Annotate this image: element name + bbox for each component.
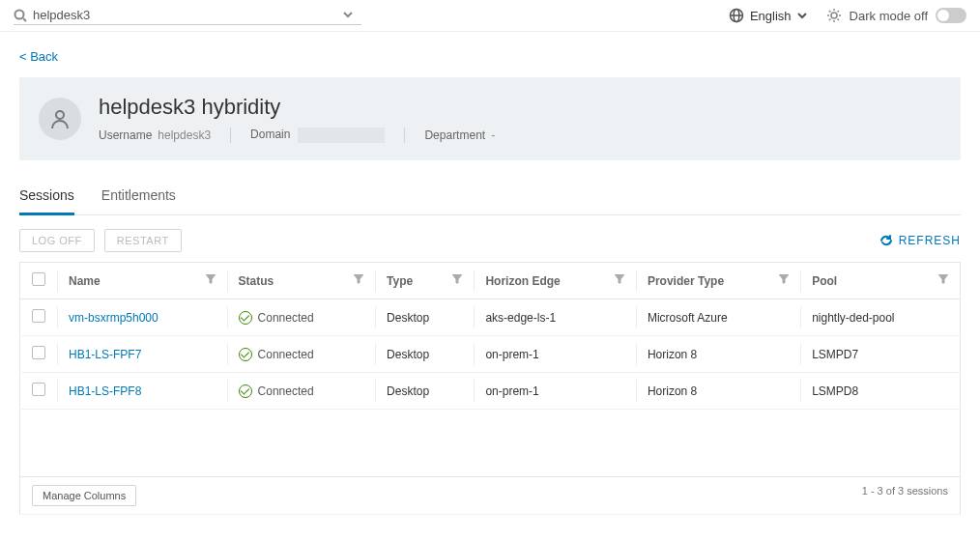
status-cell: Connected	[239, 348, 364, 361]
page-title: helpdesk3 hybridity	[99, 95, 495, 120]
svg-marker-17	[452, 274, 462, 283]
globe-icon	[729, 8, 744, 23]
filter-icon[interactable]	[779, 274, 789, 284]
row-checkbox[interactable]	[32, 346, 45, 359]
svg-line-1	[23, 18, 26, 21]
svg-line-12	[829, 19, 831, 21]
col-edge: Horizon Edge	[485, 274, 560, 288]
search-input[interactable]	[33, 8, 323, 22]
provider-cell: Microsoft Azure	[636, 299, 800, 336]
language-label: English	[750, 9, 792, 23]
table-row: HB1-LS-FPF7ConnectedDesktopon-prem-1Hori…	[20, 336, 961, 373]
provider-cell: Horizon 8	[636, 373, 800, 410]
svg-marker-18	[615, 274, 624, 283]
session-name-link[interactable]: vm-bsxrmp5h000	[57, 299, 227, 336]
sessions-table: Name Status Type Horizon Edge Provider T…	[19, 262, 961, 515]
type-cell: Desktop	[375, 299, 474, 336]
status-cell: Connected	[239, 311, 364, 325]
tab-entitlements[interactable]: Entitlements	[101, 182, 176, 214]
session-name-link[interactable]: HB1-LS-FPF7	[57, 336, 227, 373]
dark-mode-toggle[interactable]	[936, 8, 966, 23]
status-ok-icon	[239, 348, 252, 361]
chevron-down-icon	[797, 11, 807, 20]
language-selector[interactable]: English	[729, 8, 807, 23]
edge-cell: aks-edge-ls-1	[474, 299, 636, 336]
svg-marker-20	[938, 274, 948, 283]
row-count: 1 - 3 of 3 sessions	[862, 485, 948, 497]
tab-sessions[interactable]: Sessions	[19, 182, 74, 215]
back-link[interactable]: < Back	[19, 49, 58, 64]
pool-cell: LSMPD8	[800, 373, 960, 410]
table-row: HB1-LS-FPF8ConnectedDesktopon-prem-1Hori…	[20, 373, 961, 410]
svg-line-10	[829, 11, 831, 13]
edge-cell: on-prem-1	[474, 336, 636, 373]
domain-label: Domain	[250, 128, 290, 141]
pool-cell: LSMPD7	[800, 336, 960, 373]
col-type: Type	[387, 274, 413, 288]
domain-value	[298, 128, 385, 143]
svg-point-14	[56, 111, 64, 119]
col-provider: Provider Type	[648, 274, 724, 288]
department-value: -	[491, 128, 495, 142]
select-all-checkbox[interactable]	[32, 272, 45, 286]
col-pool: Pool	[812, 274, 837, 288]
status-cell: Connected	[239, 384, 364, 398]
dark-mode-label: Dark mode off	[850, 9, 928, 23]
restart-button[interactable]: RESTART	[104, 229, 182, 252]
edge-cell: on-prem-1	[474, 373, 636, 410]
type-cell: Desktop	[375, 336, 474, 373]
status-ok-icon	[239, 384, 252, 398]
manage-columns-button[interactable]: Manage Columns	[32, 485, 136, 506]
row-checkbox[interactable]	[32, 309, 45, 323]
svg-marker-15	[206, 274, 216, 283]
svg-line-11	[837, 19, 839, 21]
filter-icon[interactable]	[615, 274, 624, 284]
search-box[interactable]	[14, 6, 361, 25]
filter-icon[interactable]	[354, 274, 363, 284]
filter-icon[interactable]	[206, 274, 216, 284]
chevron-down-icon[interactable]	[342, 9, 356, 22]
department-label: Department	[424, 128, 485, 142]
avatar	[39, 98, 81, 140]
svg-marker-16	[354, 274, 363, 283]
col-name: Name	[69, 274, 101, 288]
col-status: Status	[239, 274, 274, 288]
table-row: vm-bsxrmp5h000ConnectedDesktopaks-edge-l…	[20, 299, 961, 336]
username-value: helpdesk3	[158, 128, 211, 142]
svg-point-0	[15, 10, 24, 18]
svg-point-5	[831, 13, 837, 18]
profile-card: helpdesk3 hybridity Usernamehelpdesk3 Do…	[19, 77, 961, 160]
svg-line-13	[837, 11, 839, 13]
status-ok-icon	[239, 311, 252, 325]
svg-marker-19	[779, 274, 789, 283]
filter-icon[interactable]	[938, 274, 948, 284]
provider-cell: Horizon 8	[636, 336, 800, 373]
username-label: Username	[99, 128, 152, 142]
pool-cell: nightly-ded-pool	[800, 299, 960, 336]
search-icon	[14, 9, 27, 22]
sun-icon	[826, 8, 842, 23]
type-cell: Desktop	[375, 373, 474, 410]
row-checkbox[interactable]	[32, 383, 45, 396]
session-name-link[interactable]: HB1-LS-FPF8	[57, 373, 227, 410]
filter-icon[interactable]	[452, 274, 462, 284]
refresh-button[interactable]: REFRESH	[879, 234, 961, 247]
logoff-button[interactable]: LOG OFF	[19, 229, 95, 252]
